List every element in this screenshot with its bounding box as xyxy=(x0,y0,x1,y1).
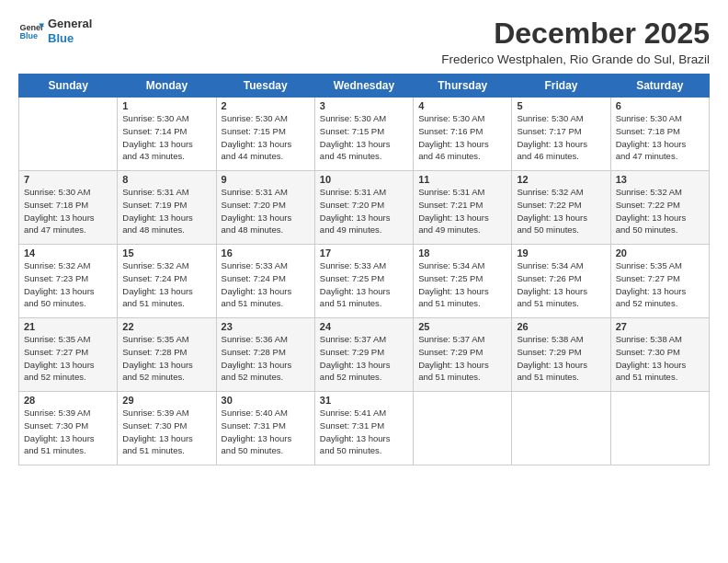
day-info: Sunrise: 5:33 AMSunset: 7:25 PMDaylight:… xyxy=(320,259,408,310)
day-info: Sunrise: 5:30 AMSunset: 7:18 PMDaylight:… xyxy=(24,186,112,236)
calendar-cell: 6Sunrise: 5:30 AMSunset: 7:18 PMDaylight… xyxy=(610,98,709,171)
day-number: 6 xyxy=(616,100,704,111)
calendar-body: 1Sunrise: 5:30 AMSunset: 7:14 PMDaylight… xyxy=(19,98,710,465)
calendar-cell: 22Sunrise: 5:35 AMSunset: 7:28 PMDayligh… xyxy=(118,318,216,392)
logo-text: General Blue xyxy=(48,17,92,45)
day-info: Sunrise: 5:31 AMSunset: 7:21 PMDaylight:… xyxy=(418,186,506,236)
day-number: 26 xyxy=(517,321,605,332)
day-info: Sunrise: 5:32 AMSunset: 7:22 PMDaylight:… xyxy=(517,186,605,236)
day-number: 2 xyxy=(222,100,310,111)
subtitle: Frederico Westphalen, Rio Grande do Sul,… xyxy=(18,52,710,66)
day-info: Sunrise: 5:39 AMSunset: 7:30 PMDaylight:… xyxy=(24,407,112,457)
calendar-week-row: 7Sunrise: 5:30 AMSunset: 7:18 PMDaylight… xyxy=(19,171,710,245)
day-number: 13 xyxy=(616,174,704,185)
header: General Blue General Blue December 2025 xyxy=(18,17,710,51)
day-number: 21 xyxy=(24,321,112,332)
weekday-header-wednesday: Wednesday xyxy=(314,75,413,98)
day-number: 27 xyxy=(616,321,704,332)
day-info: Sunrise: 5:41 AMSunset: 7:31 PMDaylight:… xyxy=(320,407,408,457)
calendar-cell: 12Sunrise: 5:32 AMSunset: 7:22 PMDayligh… xyxy=(512,171,610,245)
calendar-cell: 4Sunrise: 5:30 AMSunset: 7:16 PMDaylight… xyxy=(414,98,512,171)
day-info: Sunrise: 5:37 AMSunset: 7:29 PMDaylight:… xyxy=(320,333,408,384)
day-number: 19 xyxy=(517,247,605,259)
day-info: Sunrise: 5:30 AMSunset: 7:17 PMDaylight:… xyxy=(517,112,605,163)
calendar-cell: 3Sunrise: 5:30 AMSunset: 7:15 PMDaylight… xyxy=(314,98,413,171)
day-info: Sunrise: 5:30 AMSunset: 7:15 PMDaylight:… xyxy=(222,112,310,163)
weekday-header-sunday: Sunday xyxy=(19,75,118,98)
weekday-header-friday: Friday xyxy=(512,75,610,98)
calendar-week-row: 28Sunrise: 5:39 AMSunset: 7:30 PMDayligh… xyxy=(19,392,710,465)
day-number: 25 xyxy=(418,321,506,332)
calendar-cell: 20Sunrise: 5:35 AMSunset: 7:27 PMDayligh… xyxy=(610,245,709,318)
calendar-cell: 14Sunrise: 5:32 AMSunset: 7:23 PMDayligh… xyxy=(19,245,118,318)
calendar-header-row: SundayMondayTuesdayWednesdayThursdayFrid… xyxy=(19,75,710,98)
day-number: 1 xyxy=(122,100,210,111)
day-number: 16 xyxy=(222,247,310,259)
calendar-cell: 10Sunrise: 5:31 AMSunset: 7:20 PMDayligh… xyxy=(314,171,413,245)
calendar-cell: 8Sunrise: 5:31 AMSunset: 7:19 PMDaylight… xyxy=(118,171,216,245)
calendar-cell: 23Sunrise: 5:36 AMSunset: 7:28 PMDayligh… xyxy=(216,318,314,392)
day-info: Sunrise: 5:39 AMSunset: 7:30 PMDaylight:… xyxy=(122,407,210,457)
logo-line2: Blue xyxy=(48,31,92,46)
weekday-header-tuesday: Tuesday xyxy=(216,75,314,98)
day-info: Sunrise: 5:31 AMSunset: 7:20 PMDaylight:… xyxy=(222,186,310,236)
page-container: General Blue General Blue December 2025 … xyxy=(0,0,728,475)
day-number: 14 xyxy=(24,247,112,259)
calendar-cell: 1Sunrise: 5:30 AMSunset: 7:14 PMDaylight… xyxy=(118,98,216,171)
weekday-header-monday: Monday xyxy=(118,75,216,98)
logo-line1: General xyxy=(48,17,92,31)
calendar-cell xyxy=(414,392,512,465)
day-number: 29 xyxy=(122,395,210,406)
day-info: Sunrise: 5:30 AMSunset: 7:15 PMDaylight:… xyxy=(320,112,408,163)
day-number: 4 xyxy=(418,100,506,111)
day-info: Sunrise: 5:35 AMSunset: 7:27 PMDaylight:… xyxy=(616,259,704,310)
day-info: Sunrise: 5:30 AMSunset: 7:16 PMDaylight:… xyxy=(418,112,506,163)
day-number: 15 xyxy=(122,247,210,259)
weekday-header-saturday: Saturday xyxy=(610,75,709,98)
day-number: 20 xyxy=(616,247,704,259)
calendar-table: SundayMondayTuesdayWednesdayThursdayFrid… xyxy=(18,74,710,465)
day-info: Sunrise: 5:32 AMSunset: 7:22 PMDaylight:… xyxy=(616,186,704,236)
calendar-cell: 21Sunrise: 5:35 AMSunset: 7:27 PMDayligh… xyxy=(19,318,118,392)
day-number: 23 xyxy=(222,321,310,332)
logo-icon: General Blue xyxy=(18,18,44,44)
day-info: Sunrise: 5:38 AMSunset: 7:30 PMDaylight:… xyxy=(616,333,704,384)
calendar-cell: 9Sunrise: 5:31 AMSunset: 7:20 PMDaylight… xyxy=(216,171,314,245)
calendar-cell: 29Sunrise: 5:39 AMSunset: 7:30 PMDayligh… xyxy=(118,392,216,465)
day-info: Sunrise: 5:40 AMSunset: 7:31 PMDaylight:… xyxy=(222,407,310,457)
day-info: Sunrise: 5:34 AMSunset: 7:26 PMDaylight:… xyxy=(517,259,605,310)
day-number: 7 xyxy=(24,174,112,185)
day-number: 8 xyxy=(122,174,210,185)
day-number: 31 xyxy=(320,395,408,406)
svg-text:Blue: Blue xyxy=(19,31,38,40)
day-number: 3 xyxy=(320,100,408,111)
calendar-cell: 18Sunrise: 5:34 AMSunset: 7:25 PMDayligh… xyxy=(414,245,512,318)
day-info: Sunrise: 5:32 AMSunset: 7:23 PMDaylight:… xyxy=(24,259,112,310)
calendar-cell xyxy=(610,392,709,465)
calendar-cell xyxy=(19,98,118,171)
day-info: Sunrise: 5:34 AMSunset: 7:25 PMDaylight:… xyxy=(418,259,506,310)
calendar-cell: 7Sunrise: 5:30 AMSunset: 7:18 PMDaylight… xyxy=(19,171,118,245)
day-info: Sunrise: 5:31 AMSunset: 7:20 PMDaylight:… xyxy=(320,186,408,236)
day-info: Sunrise: 5:35 AMSunset: 7:27 PMDaylight:… xyxy=(24,333,112,384)
day-number: 17 xyxy=(320,247,408,259)
calendar-cell: 28Sunrise: 5:39 AMSunset: 7:30 PMDayligh… xyxy=(19,392,118,465)
calendar-cell: 15Sunrise: 5:32 AMSunset: 7:24 PMDayligh… xyxy=(118,245,216,318)
day-number: 5 xyxy=(517,100,605,111)
day-number: 24 xyxy=(320,321,408,332)
day-info: Sunrise: 5:33 AMSunset: 7:24 PMDaylight:… xyxy=(222,259,310,310)
day-info: Sunrise: 5:36 AMSunset: 7:28 PMDaylight:… xyxy=(222,333,310,384)
calendar-cell: 2Sunrise: 5:30 AMSunset: 7:15 PMDaylight… xyxy=(216,98,314,171)
calendar-cell: 19Sunrise: 5:34 AMSunset: 7:26 PMDayligh… xyxy=(512,245,610,318)
day-number: 30 xyxy=(222,395,310,406)
calendar-cell: 25Sunrise: 5:37 AMSunset: 7:29 PMDayligh… xyxy=(414,318,512,392)
day-number: 12 xyxy=(517,174,605,185)
calendar-cell: 24Sunrise: 5:37 AMSunset: 7:29 PMDayligh… xyxy=(314,318,413,392)
day-number: 11 xyxy=(418,174,506,185)
calendar-cell: 16Sunrise: 5:33 AMSunset: 7:24 PMDayligh… xyxy=(216,245,314,318)
weekday-header-thursday: Thursday xyxy=(414,75,512,98)
day-info: Sunrise: 5:30 AMSunset: 7:18 PMDaylight:… xyxy=(616,112,704,163)
day-info: Sunrise: 5:32 AMSunset: 7:24 PMDaylight:… xyxy=(122,259,210,310)
day-number: 18 xyxy=(418,247,506,259)
day-number: 9 xyxy=(222,174,310,185)
